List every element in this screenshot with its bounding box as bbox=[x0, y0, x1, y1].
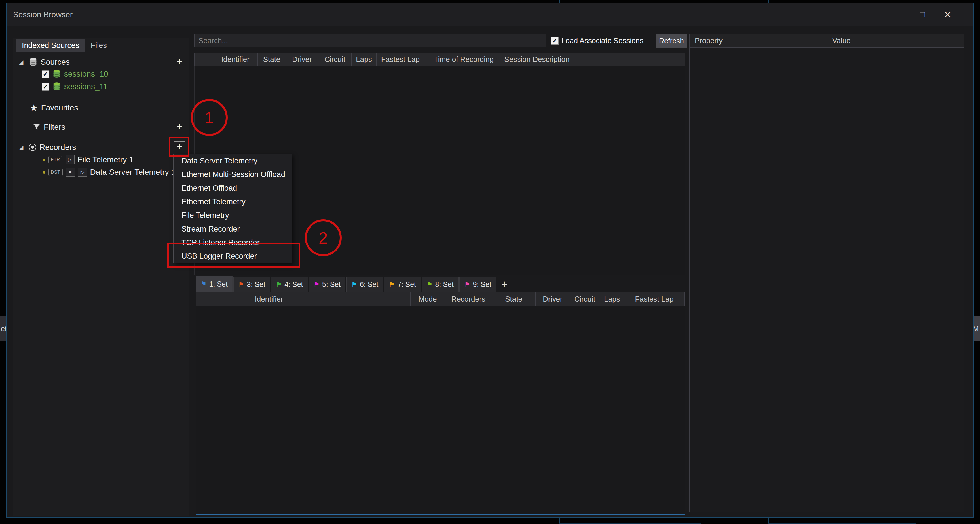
session-set-tab[interactable]: ⚑ 6: Set bbox=[346, 277, 383, 292]
annotation-highlight-add-recorder bbox=[169, 137, 189, 157]
status-dot-icon bbox=[43, 159, 45, 161]
close-button[interactable]: × bbox=[939, 3, 956, 26]
session-set-tab-label: 5: Set bbox=[322, 280, 340, 288]
tree-item-label: Recorders bbox=[40, 143, 76, 152]
star-icon: ★ bbox=[30, 103, 38, 112]
col-laps[interactable]: Laps bbox=[352, 53, 377, 65]
col-blank bbox=[196, 293, 212, 306]
menu-item-data-server-telemetry[interactable]: Data Server Telemetry bbox=[173, 154, 291, 168]
tab-indexed-sources[interactable]: Indexed Sources bbox=[16, 39, 85, 52]
database-icon bbox=[52, 70, 61, 79]
tree-item-recorder[interactable]: FTR ▷ File Telemetry 1 bbox=[13, 153, 189, 166]
session-set-tab[interactable]: ⚑ 5: Set bbox=[309, 277, 346, 292]
session-set-tab[interactable]: ⚑ 4: Set bbox=[271, 277, 308, 292]
tab-files[interactable]: Files bbox=[85, 39, 113, 52]
tree-item-recorder[interactable]: DST ■ ▷ Data Server Telemetry 1 bbox=[13, 166, 189, 178]
menu-item-ethernet-multi-session-offload[interactable]: Ethernet Multi-Session Offload bbox=[173, 168, 291, 181]
session-set-table: Identifier Mode Recorders State Driver C… bbox=[196, 292, 685, 515]
col-property[interactable]: Property bbox=[690, 34, 827, 48]
background-window-left[interactable]: et bbox=[0, 316, 6, 341]
col-blank bbox=[194, 53, 213, 65]
tree-item-label: Data Server Telemetry 1 bbox=[90, 168, 175, 177]
recorder-type-badge: FTR bbox=[48, 156, 62, 163]
session-set-tab-label: 1: Set bbox=[209, 280, 228, 288]
add-filter-button[interactable]: + bbox=[174, 121, 185, 132]
menu-item-file-telemetry[interactable]: File Telemetry bbox=[173, 209, 291, 222]
col-mode[interactable]: Mode bbox=[410, 293, 445, 306]
refresh-button[interactable]: Refresh bbox=[655, 34, 687, 48]
stop-icon[interactable]: ■ bbox=[66, 168, 75, 177]
col-driver[interactable]: Driver bbox=[536, 293, 570, 306]
tree-item-recorders[interactable]: ◢ Recorders bbox=[13, 141, 189, 153]
desktop: et mM Session Browser □ × Indexed Source… bbox=[0, 0, 980, 524]
col-state[interactable]: State bbox=[258, 53, 286, 65]
load-associate-checkbox[interactable]: ✓ bbox=[551, 37, 558, 45]
search-input[interactable] bbox=[194, 34, 546, 48]
properties-panel-header: Property Value bbox=[690, 34, 964, 48]
load-associate-sessions-toggle[interactable]: ✓ Load Associate Sessions bbox=[551, 34, 643, 48]
server-stack-icon bbox=[29, 57, 37, 67]
background-window-edge bbox=[768, 523, 916, 524]
col-circuit[interactable]: Circuit bbox=[318, 53, 352, 65]
sessions-table-header: Identifier State Driver Circuit Laps Fas… bbox=[194, 53, 685, 66]
tree-item-session-source[interactable]: ✓ sessions_11 bbox=[13, 80, 189, 93]
annotation-step-2: 2 bbox=[305, 219, 342, 256]
filter-funnel-icon bbox=[33, 123, 41, 131]
session-set-tab[interactable]: ⚑ 7: Set bbox=[384, 277, 421, 292]
col-session-description[interactable]: Session Description bbox=[503, 53, 571, 65]
status-dot-icon bbox=[43, 171, 45, 174]
col-blank bbox=[571, 53, 685, 65]
play-icon[interactable]: ▷ bbox=[65, 155, 75, 164]
flag-icon: ⚑ bbox=[313, 281, 320, 288]
flag-icon: ⚑ bbox=[200, 280, 207, 287]
tree-item-sources[interactable]: ◢ Sources bbox=[13, 56, 189, 68]
background-window-edge bbox=[768, 0, 769, 3]
maximize-button[interactable]: □ bbox=[914, 3, 931, 26]
add-source-button[interactable]: + bbox=[174, 56, 185, 67]
background-window-edge bbox=[559, 0, 560, 3]
tree-item-label: Favourites bbox=[41, 103, 78, 112]
col-identifier[interactable]: Identifier bbox=[213, 53, 258, 65]
col-time-of-recording[interactable]: Time of Recording bbox=[425, 53, 503, 65]
expand-arrow-icon[interactable]: ◢ bbox=[19, 144, 26, 151]
col-driver[interactable]: Driver bbox=[286, 53, 318, 65]
annotation-step-1: 1 bbox=[191, 99, 228, 136]
tree-item-label: sessions_10 bbox=[64, 70, 108, 79]
source-checkbox[interactable]: ✓ bbox=[42, 83, 49, 91]
menu-item-ethernet-telemetry[interactable]: Ethernet Telemetry bbox=[173, 195, 291, 209]
session-set-tab-label: 7: Set bbox=[398, 280, 416, 288]
tree-item-label: Filters bbox=[44, 123, 65, 132]
col-circuit[interactable]: Circuit bbox=[570, 293, 600, 306]
menu-item-stream-recorder[interactable]: Stream Recorder bbox=[173, 222, 291, 236]
session-set-tab-label: 4: Set bbox=[285, 280, 303, 288]
session-browser-window: Session Browser □ × Indexed Sources File… bbox=[6, 3, 974, 518]
col-recorders[interactable]: Recorders bbox=[445, 293, 492, 306]
flag-icon: ⚑ bbox=[276, 281, 282, 288]
background-window-edge bbox=[559, 523, 701, 524]
flag-icon: ⚑ bbox=[426, 281, 433, 288]
expand-arrow-icon[interactable]: ◢ bbox=[19, 59, 26, 65]
tree-item-label: File Telemetry 1 bbox=[78, 155, 134, 164]
col-fastest-lap[interactable]: Fastest Lap bbox=[377, 53, 425, 65]
col-fastest-lap[interactable]: Fastest Lap bbox=[624, 293, 684, 306]
session-set-tab[interactable]: ⚑ 9: Set bbox=[460, 277, 496, 292]
tree-item-session-source[interactable]: ✓ sessions_10 bbox=[13, 68, 189, 80]
menu-item-ethernet-offload[interactable]: Ethernet Offload bbox=[173, 181, 291, 195]
tree-item-label: sessions_11 bbox=[64, 82, 108, 91]
add-session-set-button[interactable]: + bbox=[497, 277, 512, 292]
col-state[interactable]: State bbox=[492, 293, 536, 306]
play-icon[interactable]: ▷ bbox=[78, 168, 87, 177]
col-laps[interactable]: Laps bbox=[600, 293, 624, 306]
tree-item-filters[interactable]: Filters bbox=[13, 121, 189, 133]
titlebar[interactable]: Session Browser □ × bbox=[7, 3, 973, 26]
session-set-tabs: ⚑ 1: Set ⚑ 3: Set ⚑ 4: Set ⚑ 5: Set ⚑ 6:… bbox=[196, 276, 512, 292]
session-set-tab[interactable]: ⚑ 8: Set bbox=[422, 277, 458, 292]
session-set-tab[interactable]: ⚑ 1: Set bbox=[196, 276, 232, 292]
source-checkbox[interactable]: ✓ bbox=[42, 70, 49, 78]
tree-item-favourites[interactable]: ★ Favourites bbox=[13, 102, 189, 114]
session-set-tab[interactable]: ⚑ 3: Set bbox=[233, 277, 270, 292]
col-value[interactable]: Value bbox=[827, 34, 964, 48]
session-set-tab-label: 6: Set bbox=[360, 280, 378, 288]
col-identifier[interactable]: Identifier bbox=[228, 293, 310, 306]
recorder-type-badge: DST bbox=[48, 169, 63, 176]
